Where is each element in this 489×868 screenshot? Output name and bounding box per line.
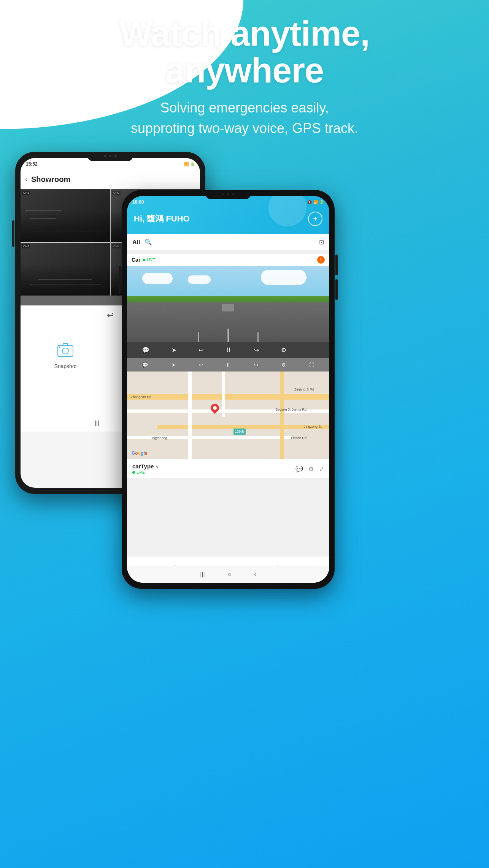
cam-label-3: CH3 [22, 244, 30, 248]
feature-snapshot[interactable]: Snapshot [21, 333, 110, 377]
map-pin [211, 404, 219, 412]
cam-label-4: CH4 [112, 244, 121, 248]
showroom-header: ‹ Showroom [21, 170, 200, 189]
pin-shape [209, 402, 221, 414]
grid-view-icon[interactable]: ⊡ [319, 239, 324, 246]
map-base [127, 372, 329, 459]
svg-point-2 [59, 346, 60, 348]
google-logo: Google [132, 451, 147, 456]
fullscreen-ctrl-icon[interactable]: ⛶ [308, 346, 314, 353]
settings2-icon[interactable]: ⚙ [281, 362, 286, 368]
power-button[interactable] [12, 220, 14, 247]
cloud-3 [188, 275, 211, 284]
cam-view-1 [21, 189, 110, 242]
status-icons-back: 📶🔋 [184, 162, 195, 166]
snapshot-icon [56, 340, 75, 359]
car-type-label: carType ∨ [132, 463, 159, 470]
front-phone-screen: 18:00 🔇📶🔋 Hi, 馥鴻 FUHO + All 🔍 ⊡ [127, 196, 329, 583]
front-vol-down[interactable] [335, 279, 338, 300]
send-ctrl-icon[interactable]: ➤ [171, 346, 176, 354]
car-type-text: carType [132, 463, 154, 470]
subtitle-line2: supproting two-way voice, GPS track. [131, 120, 358, 136]
subtitle: Solving emergencies easily, supproting t… [0, 98, 489, 139]
forward-ctrl-icon[interactable]: ↪ [254, 346, 259, 354]
card-header: Car LIVE 1 [127, 254, 329, 266]
map-road-v2 [280, 372, 284, 459]
front-recent-btn[interactable]: ||| [200, 571, 205, 578]
phone-front: 18:00 🔇📶🔋 Hi, 馥鴻 FUHO + All 🔍 ⊡ [122, 190, 335, 589]
status-icons-front: 🔇📶🔋 [307, 200, 324, 204]
title-line2: anywhere [165, 51, 324, 90]
phone-front-frame: 18:00 🔇📶🔋 Hi, 馥鴻 FUHO + All 🔍 ⊡ [122, 190, 335, 589]
main-title: Watch anytime, anywhere [0, 15, 489, 89]
live-text: LIVE [147, 258, 155, 262]
road-barrier [222, 304, 234, 311]
subtitle-line1: Solving emergencies easily, [160, 100, 329, 115]
cloud-2 [261, 270, 306, 285]
front-power[interactable] [119, 266, 121, 294]
pause2-icon[interactable]: ⏸ [226, 362, 231, 368]
car-settings-icon[interactable]: ⚙ [308, 465, 314, 473]
filter-all-label[interactable]: All [132, 239, 140, 246]
car-type-bar: carType ∨ LIVE 💬 ⚙ ⤢ [127, 459, 329, 478]
car-type-action-icons: 💬 ⚙ ⤢ [295, 465, 324, 473]
chat-ctrl-icon[interactable]: 💬 [142, 346, 149, 354]
treeline [127, 296, 329, 302]
search-icon[interactable]: 🔍 [144, 239, 152, 246]
cam-view-3 [21, 243, 110, 296]
map-label-section: Section 3, Jerma Rd [275, 408, 306, 411]
settings-ctrl-icon[interactable]: ⚙ [281, 346, 286, 354]
rewind-ctrl-icon[interactable]: ↩ [198, 346, 203, 354]
rewind2-icon[interactable]: ↩ [199, 362, 203, 368]
video-controls: 💬 ➤ ↩ ⏸ ↪ ⚙ ⛶ [127, 342, 329, 358]
title-line1: Watch anytime, [119, 14, 369, 53]
car-label: Car [132, 257, 140, 263]
car-live-row: LIVE [132, 470, 159, 474]
cam-label-1: CH1 [22, 191, 30, 195]
forward2-icon[interactable]: ↪ [254, 362, 258, 368]
android-nav-front: ||| ○ ‹ [127, 566, 329, 583]
return-icon[interactable]: ↩ [107, 310, 114, 320]
car-chat-icon[interactable]: 💬 [295, 465, 303, 473]
map-road-h1 [127, 394, 329, 400]
map-label-zhangcao: Zhangcao Rd [131, 395, 151, 399]
map-road-v1 [188, 372, 192, 459]
road-view[interactable] [127, 266, 329, 342]
chat2-icon[interactable]: 💬 [142, 362, 148, 368]
add-device-button[interactable]: + [308, 212, 322, 226]
front-back-btn[interactable]: ‹ [254, 571, 256, 578]
map-label-linsen: Linsen Rd [291, 436, 306, 440]
status-time-front: 18:00 [132, 199, 144, 205]
map-label-zinjang: Zinjang S Rd [294, 387, 314, 391]
front-vol-up[interactable] [335, 255, 338, 275]
car-expand-icon[interactable]: ⤢ [319, 465, 324, 473]
cam-label-2: CH2 [112, 191, 121, 195]
fullscreen2-icon[interactable]: ⛶ [309, 362, 314, 368]
snapshot-label: Snapshot [54, 363, 76, 369]
live-dot [143, 259, 145, 261]
greeting-text: Hi, 馥鴻 FUHO [134, 213, 190, 225]
front-speaker [222, 193, 235, 195]
road-center-line [228, 329, 229, 342]
route-badge-139: 139街 [233, 428, 246, 435]
phones-area: 15:52 📶🔋 ‹ Showroom [0, 144, 489, 847]
camera-cell-1[interactable]: CH1 [21, 189, 110, 242]
car-live-dot [132, 471, 135, 474]
front-home-btn[interactable]: ○ [228, 571, 232, 578]
back-arrow-icon[interactable]: ‹ [25, 175, 27, 183]
live-indicator: LIVE [143, 258, 155, 262]
notification-badge: 1 [317, 256, 325, 264]
pause-ctrl-icon[interactable]: ⏸ [225, 346, 232, 353]
road-left-line [198, 332, 199, 342]
map-road-v3 [222, 372, 225, 417]
gps-map[interactable]: Zhangcao Rd Zinjang S Rd Section 3, Jerm… [127, 372, 329, 459]
car-live-text: LIVE [137, 470, 145, 474]
map-label-jingzong: Jingzong St [304, 425, 322, 428]
send2-icon[interactable]: ➤ [171, 362, 176, 368]
camera-card: Car LIVE 1 [127, 254, 329, 372]
svg-point-1 [62, 348, 68, 354]
camera-cell-3[interactable]: CH3 [21, 243, 110, 296]
recent-apps-btn[interactable]: ||| [95, 420, 99, 427]
header-section: Watch anytime, anywhere Solving emergenc… [0, 15, 489, 139]
showroom-title: Showroom [31, 175, 70, 184]
